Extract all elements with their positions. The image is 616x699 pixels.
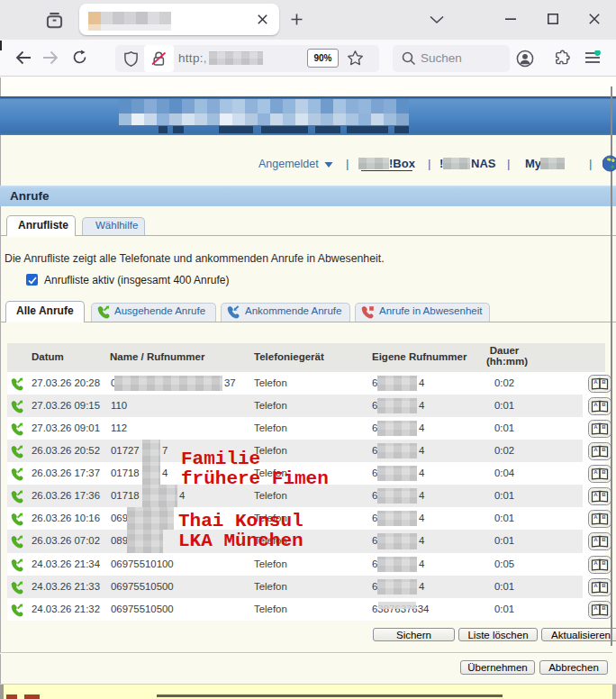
svg-text:B: B — [602, 537, 606, 542]
svg-text:B: B — [602, 402, 606, 407]
svg-text:B: B — [602, 514, 606, 520]
svg-text:A: A — [593, 379, 598, 385]
svg-text:A: A — [593, 447, 598, 452]
svg-text:A: A — [593, 402, 598, 407]
svg-text:B: B — [602, 492, 606, 497]
svg-text:B: B — [602, 447, 606, 452]
svg-text:A: A — [593, 469, 598, 475]
svg-text:B: B — [602, 379, 606, 385]
svg-text:A: A — [593, 424, 598, 430]
svg-text:A: A — [593, 560, 598, 566]
svg-text:B: B — [602, 605, 606, 611]
svg-text:A: A — [593, 492, 598, 497]
svg-text:A: A — [593, 605, 598, 611]
svg-text:A: A — [593, 514, 598, 520]
svg-text:B: B — [602, 583, 606, 588]
svg-text:B: B — [602, 469, 606, 475]
svg-text:B: B — [602, 560, 606, 566]
svg-text:B: B — [602, 424, 606, 430]
svg-text:A: A — [593, 537, 598, 542]
svg-text:A: A — [593, 583, 598, 588]
